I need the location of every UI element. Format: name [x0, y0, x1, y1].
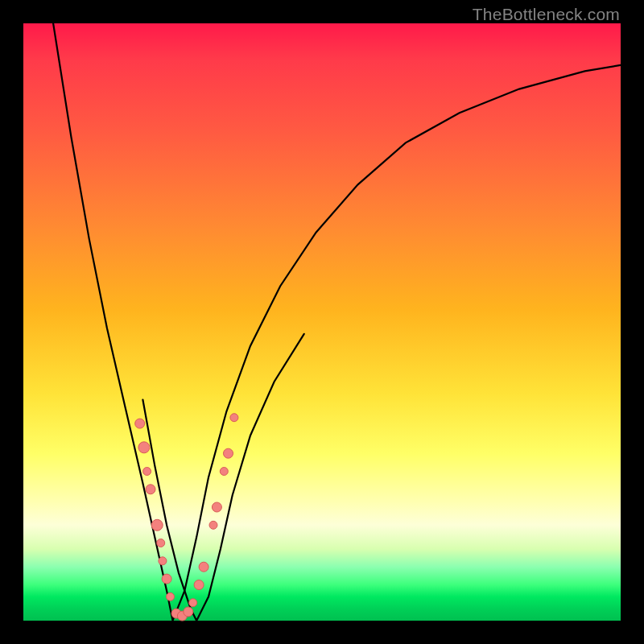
watermark-text: TheBottleneck.com [473, 5, 620, 24]
scatter-dot [199, 562, 208, 572]
scatter-dot [135, 419, 145, 428]
scatter-dot [194, 580, 204, 590]
scatter-dot [212, 502, 221, 512]
chart-svg [23, 23, 621, 621]
scatter-dot [230, 414, 238, 422]
chart-frame: TheBottleneck.com [0, 0, 644, 644]
scatter-dot [189, 599, 197, 607]
scatter-dot [184, 607, 193, 617]
scatter-dot [143, 468, 151, 476]
scatter-dot [138, 442, 150, 453]
scatter-dot [220, 468, 228, 476]
scatter-dot [224, 448, 233, 458]
scatter-dot [159, 557, 167, 565]
scatter-dot [157, 539, 165, 547]
bottleneck-curve-main [53, 23, 621, 621]
scatter-dot [151, 519, 163, 530]
plot-area [23, 23, 621, 621]
scatter-dot [162, 574, 171, 584]
scatter-dot [146, 485, 155, 494]
scatter-dot [167, 592, 175, 601]
scatter-dot [209, 521, 217, 529]
